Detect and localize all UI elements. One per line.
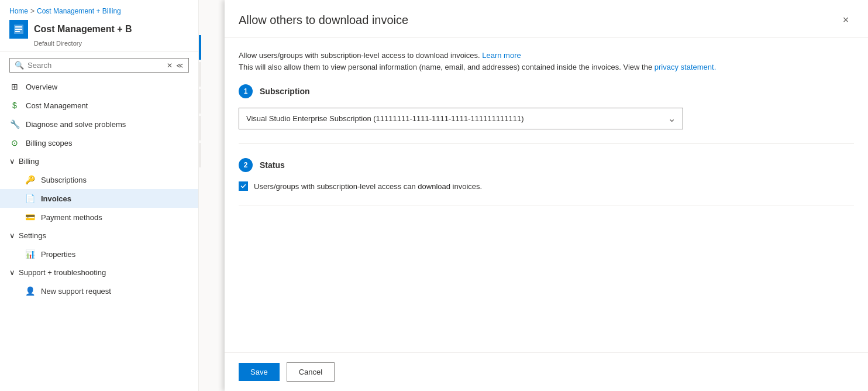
sidebar-item-new-support[interactable]: 👤 New support request	[0, 282, 198, 300]
payment-methods-icon: 💳	[25, 212, 35, 222]
sidebar-label-properties: Properties	[41, 250, 75, 259]
invoices-icon: 📄	[25, 194, 35, 203]
subscription-dropdown[interactable]: Visual Studio Enterprise Subscription (1…	[239, 108, 683, 129]
subscription-section-title: Subscription	[260, 87, 310, 96]
settings-chevron-icon: ∨	[9, 231, 15, 240]
breadcrumb-sep: >	[30, 7, 35, 15]
new-support-icon: 👤	[25, 286, 35, 296]
info-line1: Allow users/groups with subscription-lev…	[239, 51, 480, 60]
svg-rect-1	[15, 26, 22, 28]
search-input[interactable]	[27, 61, 163, 70]
panel-body: Allow users/groups with subscription-lev…	[225, 38, 868, 352]
status-checkbox-label: Users/groups with subscription-level acc…	[254, 182, 482, 191]
panel-close-button[interactable]: ×	[838, 12, 854, 28]
sidebar-label-billing: Billing	[19, 157, 39, 166]
breadcrumb: Home > Cost Management + Billing	[9, 7, 189, 15]
sidebar: Home > Cost Management + Billing Cost Ma…	[0, 0, 199, 391]
panel-header: Allow others to download invoice ×	[225, 0, 868, 38]
save-button[interactable]: Save	[239, 363, 280, 381]
app-subtitle: Default Directory	[34, 40, 189, 47]
properties-icon: 📊	[25, 249, 35, 259]
app-title: Cost Management + B	[34, 24, 132, 35]
status-section-header: 2 Status	[239, 158, 854, 172]
sidebar-item-diagnose[interactable]: 🔧 Diagnose and solve problems	[0, 115, 198, 133]
sidebar-item-payment-methods[interactable]: 💳 Payment methods	[0, 208, 198, 227]
main-content: Allow others to download invoice × Allow…	[199, 0, 868, 391]
sidebar-item-properties[interactable]: 📊 Properties	[0, 245, 198, 263]
cancel-button[interactable]: Cancel	[287, 362, 335, 382]
status-checkbox[interactable]	[239, 181, 248, 191]
sidebar-item-invoices[interactable]: 📄 Invoices	[0, 189, 198, 208]
step-2-badge: 2	[239, 158, 253, 172]
sidebar-label-payment-methods: Payment methods	[41, 213, 102, 222]
search-icon: 🔍	[15, 61, 24, 70]
search-clear-icon[interactable]: ✕	[167, 61, 173, 70]
sidebar-item-overview[interactable]: ⊞ Overview	[0, 77, 198, 96]
sidebar-label-new-support: New support request	[41, 287, 111, 296]
sidebar-label-overview: Overview	[26, 83, 57, 91]
app-title-row: Cost Management + B	[9, 20, 189, 39]
info-line2: This will also allow them to view person…	[239, 63, 652, 71]
diagnose-icon: 🔧	[9, 119, 20, 129]
panel-footer: Save Cancel	[225, 352, 868, 391]
sidebar-item-cost-management[interactable]: $ Cost Management	[0, 96, 198, 115]
support-chevron-icon: ∨	[9, 268, 15, 277]
background-strips	[199, 35, 201, 167]
subscription-dropdown-chevron: ⌄	[668, 113, 676, 124]
sidebar-item-billing-scopes[interactable]: ⊙ Billing scopes	[0, 133, 198, 152]
status-section-title: Status	[260, 160, 285, 170]
sidebar-group-settings[interactable]: ∨ Settings	[0, 227, 198, 245]
sidebar-label-subscriptions: Subscriptions	[41, 176, 87, 184]
overview-icon: ⊞	[9, 82, 20, 91]
search-bar[interactable]: 🔍 ✕ ≪	[9, 58, 189, 73]
panel-title: Allow others to download invoice	[239, 13, 408, 27]
billing-chevron-icon: ∨	[9, 157, 15, 166]
sidebar-group-support[interactable]: ∨ Support + troubleshooting	[0, 263, 198, 282]
download-invoice-panel: Allow others to download invoice × Allow…	[225, 0, 868, 391]
privacy-statement-link[interactable]: privacy statement.	[655, 63, 717, 71]
sidebar-item-subscriptions[interactable]: 🔑 Subscriptions	[0, 170, 198, 189]
sidebar-group-billing[interactable]: ∨ Billing	[0, 152, 198, 170]
subscription-section-header: 1 Subscription	[239, 84, 854, 98]
app-icon	[9, 20, 28, 39]
svg-rect-2	[15, 29, 22, 30]
status-section: 2 Status Users/groups with subscription-…	[239, 158, 854, 205]
search-collapse-icon[interactable]: ≪	[176, 61, 184, 70]
status-checkbox-row: Users/groups with subscription-level acc…	[239, 181, 854, 191]
nav-list: ⊞ Overview $ Cost Management 🔧 Diagnose …	[0, 77, 198, 391]
learn-more-link[interactable]: Learn more	[482, 51, 521, 60]
sidebar-label-cost-management: Cost Management	[26, 101, 88, 110]
breadcrumb-home[interactable]: Home	[9, 7, 28, 15]
sidebar-label-settings: Settings	[19, 231, 46, 240]
subscription-section: 1 Subscription Visual Studio Enterprise …	[239, 84, 854, 144]
breadcrumb-current[interactable]: Cost Management + Billing	[37, 7, 121, 15]
sidebar-header: Home > Cost Management + Billing Cost Ma…	[0, 0, 198, 52]
cost-management-icon: $	[9, 101, 20, 110]
info-text: Allow users/groups with subscription-lev…	[239, 50, 854, 73]
sidebar-label-billing-scopes: Billing scopes	[26, 139, 73, 148]
sidebar-label-diagnose: Diagnose and solve problems	[26, 120, 126, 129]
sidebar-label-invoices: Invoices	[41, 194, 71, 203]
step-1-badge: 1	[239, 84, 253, 98]
svg-rect-3	[15, 31, 20, 32]
billing-scopes-icon: ⊙	[9, 138, 20, 148]
subscriptions-icon: 🔑	[25, 175, 35, 184]
sidebar-label-support: Support + troubleshooting	[19, 268, 106, 277]
subscription-dropdown-value: Visual Studio Enterprise Subscription (1…	[246, 114, 524, 123]
